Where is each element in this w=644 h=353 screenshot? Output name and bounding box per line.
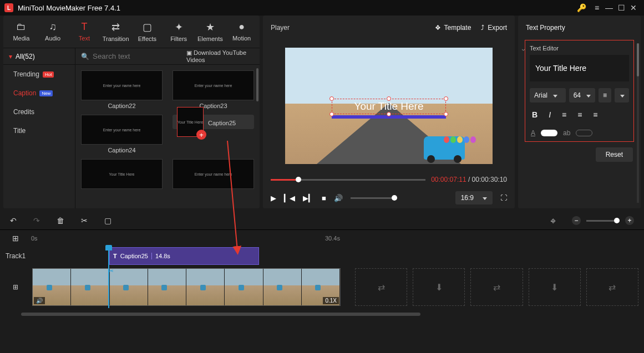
volume-icon[interactable]: 🔊 — [334, 194, 343, 202]
thumb-scrollbar[interactable] — [256, 68, 258, 101]
caption-thumb[interactable]: Enter your name hereCaption23 — [173, 70, 254, 109]
next-frame-button[interactable]: ▶▎ — [303, 194, 314, 202]
font-size-select[interactable]: 64 — [569, 88, 595, 103]
video-track-icon: ⊞ — [0, 266, 31, 308]
transition-placeholder[interactable]: ⇄ — [470, 268, 523, 306]
audio-icon: ♫ — [37, 21, 69, 33]
text-color-swatch[interactable] — [541, 130, 557, 136]
template-icon: ❖ — [435, 24, 441, 32]
transition-icon: ⇄ — [100, 21, 131, 33]
add-caption-button[interactable]: + — [196, 130, 206, 140]
bold-button[interactable]: B — [532, 110, 537, 119]
align-center-button[interactable]: ≡ — [577, 110, 582, 119]
sidebar-all[interactable]: ▾All(52) — [3, 48, 75, 65]
text-clip-icon: T — [113, 253, 117, 259]
template-button[interactable]: ❖Template — [435, 24, 471, 32]
speaker-icon[interactable]: 🔊 — [34, 297, 45, 304]
caption-thumb[interactable]: Enter your name hereCaption24 — [81, 115, 163, 154]
split-button[interactable]: ✂ — [81, 216, 88, 225]
transition-placeholder[interactable]: ⇄ — [355, 268, 407, 306]
prev-frame-button[interactable]: ▎◀ — [284, 194, 295, 202]
sidebar-item-caption[interactable]: CaptionNew — [3, 84, 75, 103]
text-content-input[interactable]: Your Title Here — [530, 55, 629, 81]
tab-media[interactable]: 🗀Media — [6, 19, 37, 44]
align-right-button[interactable]: ≡ — [593, 110, 597, 119]
align-left-button[interactable]: ≡ — [562, 110, 566, 119]
tab-motion[interactable]: ●Motion — [226, 19, 257, 44]
volume-slider[interactable] — [351, 197, 397, 199]
effects-icon: ▢ — [131, 21, 163, 33]
maximize-button[interactable]: ☐ — [615, 3, 627, 12]
playhead[interactable] — [108, 246, 109, 308]
zoom-control: − + — [572, 216, 634, 225]
filters-icon: ✦ — [163, 21, 195, 33]
category-sidebar: ▾All(52) TrendingHotCaptionNewCreditsTit… — [3, 48, 75, 208]
sidebar-item-credits[interactable]: Credits — [3, 103, 75, 121]
play-button[interactable]: ▶ — [271, 194, 276, 202]
delete-button[interactable]: 🗑 — [57, 216, 64, 225]
highlight-color-swatch[interactable] — [576, 130, 592, 136]
caption-thumb[interactable]: Your Title Here — [81, 159, 163, 191]
stop-button[interactable]: ■ — [322, 194, 326, 202]
split-marker-icon[interactable]: ✂ — [108, 267, 114, 275]
fullscreen-button[interactable]: ⛶ — [500, 194, 507, 202]
sidebar-item-trending[interactable]: TrendingHot — [3, 65, 75, 84]
transition-placeholder[interactable]: ⇄ — [586, 268, 638, 306]
timeline-scrollbar[interactable] — [4, 313, 640, 318]
highlight-icon[interactable]: ab — [563, 129, 570, 137]
close-button[interactable]: ✕ — [627, 3, 640, 12]
track1-label: Track1 — [0, 246, 31, 266]
video-clip[interactable]: 🔊 0.1X — [32, 268, 341, 306]
chevron-down-icon: ▾ — [9, 53, 12, 60]
hamburger-icon[interactable]: ≡ — [591, 3, 603, 12]
badge-hot: Hot — [43, 71, 54, 78]
minimize-button[interactable]: — — [603, 3, 615, 12]
caption-thumb[interactable]: Enter your name hereCaption22 — [81, 70, 163, 109]
text-color-icon[interactable]: A — [531, 129, 535, 137]
text-clip[interactable]: T Caption25 14.8s — [109, 247, 259, 265]
more-select[interactable] — [615, 88, 629, 103]
preview-canvas[interactable]: Your Title Here — [285, 48, 493, 164]
undo-button[interactable]: ↶ — [10, 216, 17, 225]
caption-thumb[interactable]: Your Title Here+Caption25 — [173, 115, 254, 129]
reset-button[interactable]: Reset — [596, 147, 633, 162]
font-select[interactable]: Arial — [530, 88, 566, 103]
badge-new: New — [39, 90, 53, 96]
tab-elements[interactable]: ★Elements — [195, 19, 226, 44]
export-icon: ⤴ — [481, 24, 484, 32]
media-placeholder[interactable]: ⬇ — [529, 268, 581, 306]
search-icon: 🔍 — [81, 53, 89, 60]
search-input[interactable] — [93, 52, 186, 60]
download-youtube-link[interactable]: ▣ Download YouTube Videos — [186, 49, 254, 63]
tab-effects[interactable]: ▢Effects — [131, 19, 163, 44]
tab-text[interactable]: TText — [69, 19, 100, 44]
right-scrollbar[interactable] — [637, 43, 639, 203]
text-overlay[interactable]: Your Title Here — [332, 99, 446, 114]
panel-collapse-icon[interactable]: › — [520, 49, 528, 51]
time-display: 00:00:07:11 / 00:00:30:10 — [431, 176, 507, 183]
export-button[interactable]: ⤴Export — [481, 24, 507, 32]
zoom-out-button[interactable]: − — [572, 216, 581, 225]
media-placeholder[interactable]: ⬇ — [413, 268, 465, 306]
aspect-ratio-select[interactable]: 16:9 — [455, 191, 493, 204]
seek-bar[interactable] — [271, 179, 425, 181]
tab-audio[interactable]: ♫Audio — [37, 19, 69, 44]
redo-button[interactable]: ↷ — [33, 216, 40, 225]
text-property-title: Text Property — [518, 16, 641, 40]
tab-filters[interactable]: ✦Filters — [163, 19, 195, 44]
key-icon[interactable]: 🔑 — [575, 3, 587, 12]
sidebar-item-title[interactable]: Title — [3, 121, 75, 140]
main-toolbar: 🗀Media♫AudioTText⇄Transition▢Effects✦Fil… — [3, 16, 260, 48]
elements-icon: ★ — [195, 21, 226, 33]
ruler-mark: 30.4s — [325, 235, 340, 242]
crop-button[interactable]: ▢ — [104, 216, 111, 225]
tab-transition[interactable]: ⇄Transition — [100, 19, 131, 44]
italic-button[interactable]: I — [549, 110, 551, 119]
add-track-button[interactable]: ⊞ — [0, 234, 31, 243]
line-spacing-select[interactable]: ≡ — [599, 88, 611, 103]
caption-thumb[interactable]: Enter your name here — [173, 159, 254, 191]
text-icon: T — [69, 21, 100, 33]
zoom-slider[interactable] — [586, 220, 620, 222]
zoom-in-button[interactable]: + — [625, 216, 634, 225]
fit-button[interactable]: ⎆ — [551, 216, 555, 225]
